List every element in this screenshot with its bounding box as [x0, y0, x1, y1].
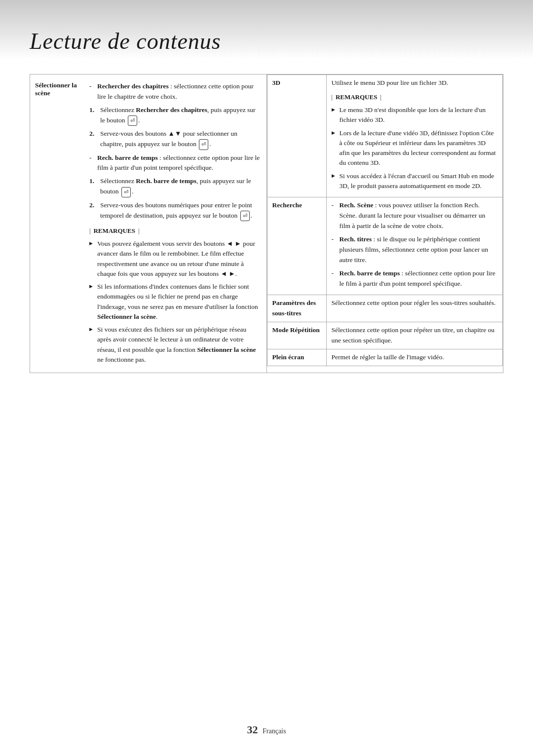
rech-barre: - Rech. barre de temps : sélectionnez ce… — [332, 268, 498, 289]
step-2-text: Servez-vous des boutons ▲▼ pour selectio… — [100, 129, 262, 150]
dash-rech-barre-text: Rech. barre de temps : sélectionnez cett… — [97, 153, 262, 174]
plein-ecran-text: Permet de régler la taille de l'image vi… — [332, 353, 444, 361]
table-row-parametres: Paramètres des sous-titres Sélectionnez … — [267, 295, 503, 322]
mode-repetition-text: Sélectionnez cette option pour répéter u… — [332, 326, 495, 344]
scene-content: - Rechercher des chapitres : sélectionne… — [84, 75, 266, 373]
button-icon-1: ⏎ — [128, 115, 137, 126]
step-1-text: Sélectionnez Rechercher des chapitres, p… — [100, 105, 262, 126]
numbered-2: 2. Servez-vous des boutons ▲▼ pour selec… — [89, 129, 262, 150]
page-title: Lecture de contenus — [30, 28, 221, 54]
remarques-header: | REMARQUES | — [89, 226, 262, 236]
dash-r2: - — [332, 234, 338, 265]
content-recherche: - Rech. Scène : vous pouvez utiliser la … — [326, 197, 503, 295]
right-table: 3D Utilisez le menu 3D pour lire un fich… — [267, 75, 503, 366]
3d-remarques: | REMARQUES | Le menu 3D n'est disponibl… — [332, 92, 498, 191]
content-mode-repetition: Sélectionnez cette option pour répéter u… — [326, 322, 503, 349]
remarques-list: Vous pouvez également vous servir des bo… — [89, 239, 262, 365]
button-icon-4: ⏎ — [240, 211, 250, 221]
numbered-3: 1. Sélectionnez Rech. barre de temps, pu… — [89, 176, 262, 197]
table-row-plein-ecran: Plein écran Permet de régler la taille d… — [267, 349, 503, 366]
dash-rechercher: - Rechercher des chapitres : sélectionne… — [89, 81, 262, 102]
numbered-1: 1. Sélectionnez Rechercher des chapitres… — [89, 105, 262, 126]
rech-titres-text: Rech. titres : si le disque ou le périph… — [340, 234, 498, 265]
step-4-text: Servez-vous des boutons numériques pour … — [100, 200, 262, 221]
footer-page-number: 32 — [247, 723, 258, 736]
num-4: 2. — [89, 200, 98, 221]
button-icon-3: ⏎ — [121, 187, 131, 197]
inner-table: Sélectionner la scène - Rechercher des c… — [30, 75, 266, 373]
rech-barre-text: Rech. barre de temps : sélectionnez cett… — [340, 268, 498, 289]
footer: 32 Français — [0, 723, 533, 736]
rech-scene: - Rech. Scène : vous pouvez utiliser la … — [332, 200, 498, 231]
remarque-item-1: Vous pouvez également vous servir des bo… — [89, 239, 262, 279]
3d-remarques-list: Le menu 3D n'est disponible que lors de … — [332, 105, 498, 191]
scene-label: Sélectionner la scène — [30, 75, 84, 373]
left-panel: Sélectionner la scène - Rechercher des c… — [30, 75, 267, 373]
header-area: Lecture de contenus — [0, 0, 533, 59]
footer-language: Français — [263, 727, 286, 735]
remarque-item-3: Si vous exécutez des fichiers sur un pér… — [89, 325, 262, 365]
content-plein-ecran: Permet de régler la taille de l'image vi… — [326, 349, 503, 366]
dash-rech-barre: - Rech. barre de temps : sélectionnez ce… — [89, 153, 262, 174]
dash-symbol-2: - — [89, 153, 95, 174]
label-parametres: Paramètres des sous-titres — [267, 295, 326, 322]
remarques-section: | REMARQUES | Vous pouvez également vous… — [89, 226, 262, 365]
3d-remarque-3: Si vous accédez à l'écran d'accueil ou S… — [332, 171, 498, 191]
step-3-text: Sélectionnez Rech. barre de temps, puis … — [100, 176, 262, 197]
3d-remarques-title: REMARQUES — [336, 92, 378, 102]
table-row-mode-repetition: Mode Répétition Sélectionnez cette optio… — [267, 322, 503, 349]
right-panel: 3D Utilisez le menu 3D pour lire un fich… — [266, 75, 503, 373]
dash-rechercher-text: Rechercher des chapitres : sélectionnez … — [97, 81, 262, 102]
dash-r1: - — [332, 200, 338, 231]
numbered-4: 2. Servez-vous des boutons numériques po… — [89, 200, 262, 221]
3d-remarques-header: | REMARQUES | — [332, 92, 498, 102]
label-mode-repetition: Mode Répétition — [267, 322, 326, 349]
main-content-table: Sélectionner la scène - Rechercher des c… — [30, 74, 503, 373]
dash-r3: - — [332, 268, 338, 289]
remarque-item-2: Si les informations d'index contenues da… — [89, 282, 262, 322]
content-area: Sélectionner la scène - Rechercher des c… — [0, 59, 533, 413]
parametres-text: Sélectionnez cette option pour régler le… — [332, 299, 496, 306]
rech-titres: - Rech. titres : si le disque ou le péri… — [332, 234, 498, 265]
content-parametres: Sélectionnez cette option pour régler le… — [326, 295, 503, 322]
table-row-recherche: Recherche - Rech. Scène : vous pouvez ut… — [267, 197, 503, 295]
3d-remarque-1: Le menu 3D n'est disponible que lors de … — [332, 105, 498, 125]
3d-remarque-2: Lors de la lecture d'une vidéo 3D, défin… — [332, 128, 498, 168]
label-recherche: Recherche — [267, 197, 326, 295]
3d-intro: Utilisez le menu 3D pour lire un fichier… — [332, 78, 498, 88]
table-row-3d: 3D Utilisez le menu 3D pour lire un fich… — [267, 75, 503, 197]
label-3d: 3D — [267, 75, 326, 197]
label-plein-ecran: Plein écran — [267, 349, 326, 366]
dash-symbol: - — [89, 81, 95, 102]
num-1: 1. — [89, 105, 98, 126]
page: Lecture de contenus Sélectionner la scèn… — [0, 0, 533, 756]
remarques-title: REMARQUES — [93, 226, 135, 236]
rech-scene-text: Rech. Scène : vous pouvez utiliser la fo… — [340, 200, 498, 231]
content-3d: Utilisez le menu 3D pour lire un fichier… — [326, 75, 503, 197]
num-2: 2. — [89, 129, 98, 150]
num-3: 1. — [89, 176, 98, 197]
button-icon-2: ⏎ — [199, 139, 208, 150]
